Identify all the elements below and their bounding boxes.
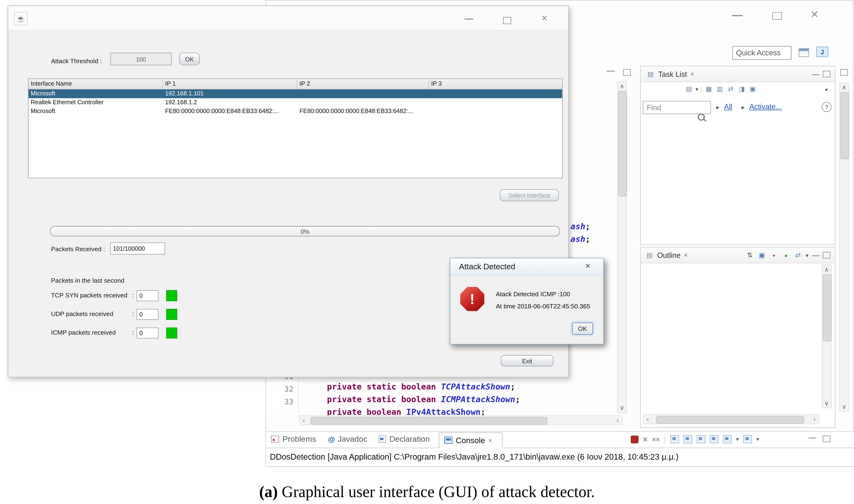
tab-console[interactable]: Console ×	[439, 432, 503, 448]
select-interface-button[interactable]: Select Interface	[499, 190, 559, 201]
outline-tab-icon: ▤	[645, 251, 654, 259]
scroll-left-icon[interactable]: ‹	[300, 415, 308, 425]
panel-maximize-icon[interactable]	[823, 252, 830, 258]
panel-maximize-icon[interactable]	[823, 435, 830, 442]
window-minimize-icon[interactable]: —	[732, 9, 743, 21]
threshold-ok-button[interactable]: OK	[179, 53, 200, 65]
caption-label: (a)	[259, 483, 278, 500]
scrollbar-thumb[interactable]	[823, 274, 832, 341]
panel-minimize-icon[interactable]: —	[812, 251, 819, 259]
window-maximize-icon[interactable]	[772, 12, 781, 20]
new-task-icon[interactable]: ▤	[685, 85, 693, 93]
editor-minimize-icon[interactable]: —	[607, 66, 615, 75]
console-output: DDosDetection [Java Application] C:\Prog…	[270, 452, 840, 461]
show-console-on-error-icon[interactable]	[684, 435, 692, 444]
terminate-icon[interactable]	[631, 435, 638, 443]
hide-static-members-icon[interactable]: ▪	[769, 251, 778, 259]
app-maximize-icon[interactable]	[503, 17, 511, 24]
app-close-icon[interactable]: ×	[541, 12, 548, 24]
attack-threshold-input[interactable]	[110, 53, 172, 65]
attack-threshold-label: Attack Threshold :	[51, 58, 102, 65]
display-console-dropdown-icon[interactable]: ▾	[736, 436, 739, 442]
scroll-down-icon[interactable]: ∨	[617, 404, 627, 412]
tab-problems[interactable]: Problems	[271, 435, 316, 444]
hide-non-public-icon[interactable]: ●	[781, 251, 790, 259]
scrollbar-thumb[interactable]	[656, 416, 804, 424]
perspective-icon[interactable]	[799, 48, 809, 57]
remove-all-launches-icon[interactable]: ××	[652, 435, 660, 443]
collapse-all-icon[interactable]: ▣	[748, 85, 757, 93]
tab-javadoc[interactable]: @ Javadoc	[328, 435, 367, 444]
table-row-selected[interactable]: Microsoft 192.168.1.101	[29, 89, 562, 98]
categorized-view-icon[interactable]: ▦	[705, 85, 713, 93]
scrollbar-thumb[interactable]	[840, 92, 849, 159]
last-second-heading: Packets in the last second	[51, 277, 124, 284]
dialog-close-icon[interactable]: ×	[585, 261, 590, 271]
column-header[interactable]: IP 2	[297, 79, 429, 89]
scroll-up-icon[interactable]: ∧	[821, 266, 831, 273]
tcp-status-indicator	[166, 290, 177, 301]
panel-minimize-icon[interactable]: —	[812, 70, 819, 78]
icmp-label: ICMP packets received	[51, 329, 116, 336]
window-close-icon[interactable]: ×	[811, 7, 818, 22]
scrollbar-thumb[interactable]	[618, 91, 627, 197]
panel-minimize-icon[interactable]: —	[808, 433, 816, 442]
tab-close-icon[interactable]: ×	[690, 70, 694, 78]
scroll-left-icon[interactable]: ‹	[644, 414, 652, 424]
link-with-editor-icon[interactable]: ⇄	[794, 251, 802, 259]
view-menu-icon[interactable]: ▾	[825, 87, 828, 92]
exit-button[interactable]: Exit	[501, 355, 553, 366]
filter-tasks-icon[interactable]: ◨	[738, 85, 746, 93]
tcp-syn-input[interactable]	[137, 290, 159, 301]
scrollbar-thumb[interactable]	[310, 417, 548, 425]
scroll-down-icon[interactable]: ∨	[821, 399, 831, 407]
panel-maximize-icon[interactable]	[823, 71, 830, 77]
remove-launch-icon[interactable]: ×	[643, 435, 648, 444]
scroll-lock-icon[interactable]	[710, 435, 719, 444]
hide-fields-icon[interactable]: ▣	[758, 251, 766, 259]
scroll-down-icon[interactable]: ∨	[839, 403, 849, 410]
table-row[interactable]: Realtek Ethernet Controller 192.168.1.2	[29, 98, 562, 107]
quick-access-box[interactable]: Quick Access	[732, 46, 792, 60]
arrow-right-icon: ▸	[742, 104, 745, 111]
column-header[interactable]: IP 3	[429, 79, 562, 89]
show-console-on-output-icon[interactable]	[670, 435, 679, 444]
table-row[interactable]: Microsoft FE80:0000:0000:0000:E848:EB33:…	[29, 107, 562, 116]
scroll-right-icon[interactable]: ›	[811, 414, 818, 424]
packets-received-label: Packets Received :	[51, 246, 105, 252]
scroll-up-icon[interactable]: ∧	[617, 82, 627, 90]
icmp-input[interactable]	[137, 327, 159, 339]
column-header[interactable]: Interface Name	[29, 79, 163, 89]
tab-close-icon[interactable]: ×	[488, 436, 492, 444]
activate-link[interactable]: Activate...	[749, 103, 782, 111]
outline-list: increasePacketsReceived() : void getPack…	[640, 263, 821, 414]
java-cup-icon: ☕	[14, 12, 28, 25]
help-icon[interactable]: ?	[821, 102, 831, 112]
java-perspective-icon[interactable]: J	[816, 47, 828, 57]
tab-declaration[interactable]: Declaration	[379, 435, 430, 444]
editor-maximize-icon[interactable]	[623, 69, 631, 76]
find-input[interactable]	[643, 101, 711, 114]
link-with-editor-icon[interactable]: ⇄	[726, 85, 735, 93]
outline-title[interactable]: Outline	[657, 251, 680, 259]
restore-icon[interactable]	[840, 69, 848, 76]
new-task-dropdown-icon[interactable]: ▾	[695, 86, 698, 92]
all-link[interactable]: All	[724, 103, 732, 111]
tab-close-icon[interactable]: ×	[684, 251, 688, 259]
scroll-up-icon[interactable]: ∧	[839, 84, 849, 91]
open-console-dropdown-icon[interactable]: ▾	[757, 436, 759, 442]
pin-console-icon[interactable]	[696, 435, 705, 444]
column-header[interactable]: IP 1	[163, 79, 297, 89]
open-console-icon[interactable]	[743, 435, 752, 444]
figure-caption: (a) Graphical user interface (GUI) of at…	[0, 483, 854, 501]
task-list-title[interactable]: Task List	[658, 70, 687, 78]
scheduled-view-icon[interactable]: ▥	[715, 85, 724, 93]
app-minimize-icon[interactable]: —	[465, 14, 473, 24]
udp-input[interactable]	[137, 309, 159, 320]
packets-received-input[interactable]	[110, 242, 165, 255]
sort-icon[interactable]: ⇅	[745, 251, 754, 259]
dialog-ok-button[interactable]: OK	[572, 323, 593, 335]
clear-console-icon[interactable]	[723, 435, 732, 444]
view-menu-icon[interactable]: ▾	[806, 252, 809, 258]
scroll-right-icon[interactable]: ›	[614, 415, 621, 425]
